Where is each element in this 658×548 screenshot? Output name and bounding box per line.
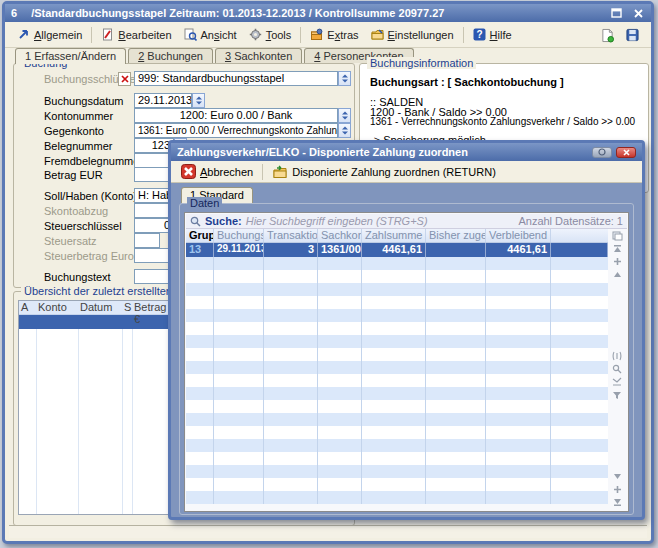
table-cell (318, 465, 362, 478)
search-bar[interactable]: Suche: Hier Suchbegriff eingeben (STRG+S… (186, 214, 627, 229)
tab-buchungen[interactable]: 2 Buchungen (128, 48, 213, 63)
scroll-down-icon[interactable] (608, 470, 626, 483)
table-row[interactable] (186, 465, 608, 478)
buchungsdatum-field[interactable]: 29.11.2013 /Fr (134, 93, 192, 108)
table-row[interactable] (186, 270, 608, 283)
table-row[interactable] (186, 439, 608, 452)
table-row[interactable] (186, 491, 608, 504)
column-header[interactable]: Buchungsdatum (214, 229, 264, 242)
spinner-icon[interactable] (192, 93, 205, 108)
column-header[interactable]: Gruppe (186, 229, 214, 242)
clear-button[interactable] (118, 72, 131, 86)
table-cell (426, 257, 486, 270)
search-row-icon[interactable] (608, 363, 626, 376)
add-row-bottom-icon[interactable] (608, 483, 626, 496)
table-row[interactable] (186, 413, 608, 426)
add-row-icon[interactable] (608, 255, 626, 268)
new-document-button[interactable] (595, 26, 620, 43)
menu-ansicht[interactable]: Ansicht (178, 26, 243, 43)
table-cell (551, 270, 608, 283)
save-button[interactable] (620, 26, 645, 43)
assign-button[interactable]: Disponierte Zahlung zuordnen (RETURN) (266, 164, 502, 180)
column-header[interactable]: Verbleibend € (486, 229, 551, 242)
table-cell (362, 465, 426, 478)
buchungsschluessel-combo[interactable]: 999: Standardbuchungsstapel (134, 71, 338, 86)
gegenkonto-combo[interactable]: 1361: Euro 0.00 / Verrechnungskonto Zahl… (134, 123, 338, 138)
table-cell (318, 361, 362, 374)
table-row[interactable] (186, 335, 608, 348)
cell-gruppe: 13 (186, 243, 214, 257)
column-header[interactable]: Zahlsumme € (362, 229, 426, 242)
table-cell (318, 413, 362, 426)
table-row[interactable] (186, 387, 608, 400)
cell-sachkonto: 1361/000 (318, 243, 362, 257)
record-count: Anzahl Datensätze: 1 (518, 215, 623, 227)
table-row[interactable] (186, 283, 608, 296)
table-row[interactable] (186, 426, 608, 439)
scroll-top-icon[interactable] (608, 242, 626, 255)
menu-label: Einstellungen (388, 29, 454, 41)
filter-icon[interactable] (608, 389, 626, 402)
table-cell (551, 452, 608, 465)
table-row[interactable] (186, 309, 608, 322)
table-row[interactable] (186, 296, 608, 309)
kontonummer-combo[interactable]: 1200: Euro 0.00 / Bank (134, 108, 338, 123)
column-header[interactable]: S (122, 301, 132, 314)
column-header[interactable]: Konto (36, 301, 78, 314)
steuersatz-field[interactable] (134, 233, 160, 248)
column-chooser-icon[interactable] (608, 229, 626, 242)
menu-bearbeiten[interactable]: Bearbeiten (95, 26, 177, 43)
table-row[interactable] (186, 478, 608, 491)
daten-group-label: Daten (187, 197, 222, 209)
sum-icon[interactable] (608, 376, 626, 389)
column-header[interactable]: Bisher zugeordnet (426, 229, 486, 242)
table-row[interactable] (186, 452, 608, 465)
table-cell (551, 413, 608, 426)
table-cell (214, 478, 264, 491)
cancel-button[interactable]: Abbrechen (175, 163, 259, 180)
menu-allgemein[interactable]: Allgemein (11, 26, 88, 43)
column-header[interactable]: Datum (78, 301, 122, 314)
restore-icon[interactable] (609, 7, 623, 20)
dialog-table-header: Gruppe Buchungsdatum Transaktion Sachkon… (186, 229, 608, 243)
table-cell (486, 335, 551, 348)
selected-table-row[interactable]: 13 29.11.2013 /Fr 3 1361/000 4461,61 446… (186, 243, 608, 257)
dropdown-icon[interactable] (338, 123, 351, 138)
columns-icon[interactable] (608, 350, 626, 363)
table-row[interactable] (186, 348, 608, 361)
close-icon[interactable] (631, 7, 645, 20)
column-header-filler (551, 229, 608, 242)
menu-extras[interactable]: Extras (304, 26, 364, 43)
table-row[interactable] (186, 257, 608, 270)
statusbar (9, 525, 647, 538)
dropdown-icon[interactable] (338, 108, 351, 123)
scroll-bottom-icon[interactable] (608, 496, 626, 509)
menu-tools[interactable]: Tools (243, 26, 298, 43)
table-cell (264, 361, 318, 374)
tab-sachkonten[interactable]: 3 Sachkonten (215, 48, 302, 63)
table-row[interactable] (186, 322, 608, 335)
table-cell (264, 491, 318, 504)
menu-einstellungen[interactable]: Einstellungen (365, 26, 460, 43)
table-cell (214, 283, 264, 296)
table-cell (426, 283, 486, 296)
table-cell (362, 387, 426, 400)
table-cell (486, 491, 551, 504)
table-row[interactable] (186, 374, 608, 387)
table-cell (551, 335, 608, 348)
dialog-minimize-icon[interactable] (592, 147, 612, 158)
search-input[interactable]: Hier Suchbegriff eingeben (STRG+S) (246, 215, 515, 227)
dropdown-icon[interactable] (338, 71, 351, 86)
table-row[interactable] (186, 361, 608, 374)
table-cell (362, 400, 426, 413)
column-header[interactable]: Sachkonto (318, 229, 362, 242)
scroll-up-icon[interactable] (608, 268, 626, 281)
column-header[interactable]: Transaktion (264, 229, 318, 242)
table-cell (214, 309, 264, 322)
table-row[interactable] (186, 400, 608, 413)
dialog-close-icon[interactable] (616, 147, 636, 158)
column-header[interactable]: A (19, 301, 36, 314)
menu-hilfe[interactable]: ? Hilfe (467, 26, 518, 43)
screen: 6 /Standardbuchungsstapel Zeitraum: 01.2… (0, 0, 658, 548)
tab-erfassen-aendern[interactable]: 1 Erfassen/Ändern (15, 48, 126, 64)
